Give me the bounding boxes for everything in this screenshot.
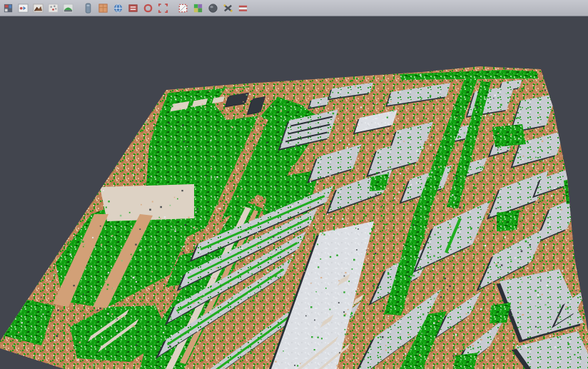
sphere-icon (208, 3, 218, 14)
terrain-button[interactable] (31, 1, 45, 15)
panel-button[interactable] (81, 1, 95, 15)
3d-viewport[interactable] (0, 0, 588, 369)
layers-button[interactable] (1, 1, 15, 15)
points-button[interactable] (46, 1, 60, 15)
hill-button[interactable] (61, 1, 75, 15)
ortho-button[interactable] (96, 1, 110, 15)
classes-icon (193, 3, 203, 14)
vegetation-patch (492, 124, 526, 147)
globe-button[interactable] (111, 1, 125, 15)
point-cloud-render (0, 0, 588, 369)
profile-button[interactable] (126, 1, 140, 15)
select-icon (178, 3, 188, 14)
application-window (0, 0, 588, 369)
panel-icon (83, 3, 93, 14)
flag-button[interactable] (236, 1, 250, 15)
import-button[interactable] (16, 1, 30, 15)
ortho-icon (98, 3, 108, 14)
ring-button[interactable] (141, 1, 155, 15)
import-icon (18, 3, 29, 14)
profile-icon (128, 3, 138, 14)
layers-icon (3, 3, 14, 14)
flag-icon (238, 3, 248, 14)
extent-icon (158, 3, 168, 14)
hill-icon (63, 3, 74, 14)
measure-button[interactable] (221, 1, 235, 15)
select-button[interactable] (176, 1, 190, 15)
sphere-button[interactable] (206, 1, 220, 15)
ring-icon (143, 3, 153, 14)
terrain-icon (33, 3, 44, 14)
extent-button[interactable] (156, 1, 170, 15)
vegetation-patch (497, 210, 519, 231)
globe-icon (113, 3, 123, 14)
classes-button[interactable] (191, 1, 205, 15)
measure-icon (223, 3, 233, 14)
points-icon (48, 3, 59, 14)
main-toolbar (0, 0, 588, 16)
